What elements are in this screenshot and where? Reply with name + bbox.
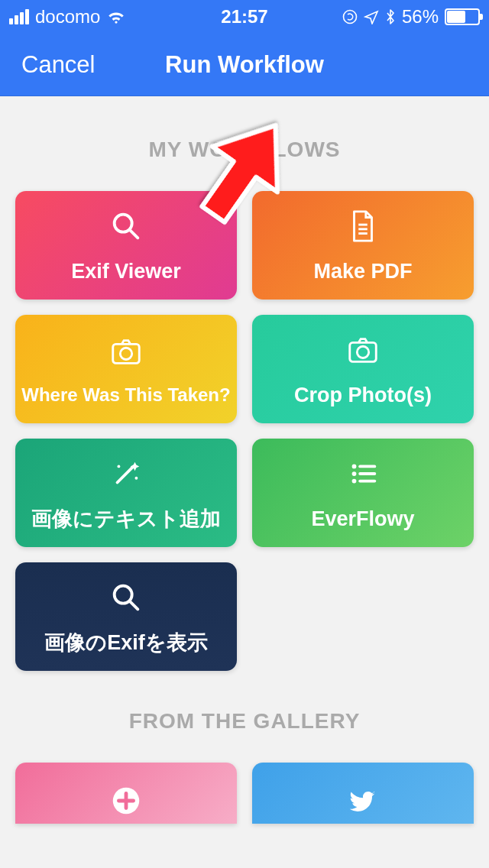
wifi-icon — [106, 9, 126, 24]
workflow-tile[interactable]: Where Was This Taken? — [15, 315, 237, 423]
workflow-tile[interactable]: Exif Viewer — [15, 191, 237, 300]
workflow-label: 画像にテキスト追加 — [25, 507, 227, 531]
workflow-label: EverFlowy — [305, 507, 420, 531]
status-right: 56% — [342, 6, 480, 28]
battery-icon — [445, 8, 480, 25]
workflow-tile[interactable]: EverFlowy — [252, 439, 474, 547]
status-bar: docomo 21:57 56% — [0, 0, 489, 34]
list-icon — [344, 455, 382, 493]
workflow-label: Make PDF — [307, 259, 418, 283]
status-left: docomo — [9, 6, 126, 28]
workflow-label: 画像のExifを表示 — [38, 630, 214, 655]
signal-icon — [9, 9, 29, 24]
rotation-lock-icon — [342, 9, 358, 24]
camera-icon — [107, 332, 145, 371]
my-workflows-header: MY WORKFLOWS — [0, 138, 489, 162]
workflows-grid: Exif Viewer Make PDF Where Was This Take… — [0, 191, 489, 671]
twitter-icon — [344, 782, 382, 820]
gallery-tile[interactable] — [15, 763, 237, 824]
magnifier-icon — [107, 578, 145, 617]
workflow-tile[interactable]: 画像のExifを表示 — [15, 562, 237, 671]
status-time: 21:57 — [221, 6, 267, 28]
from-gallery-header: FROM THE GALLERY — [0, 709, 489, 734]
cancel-button[interactable]: Cancel — [21, 51, 96, 79]
workflow-label: Where Was This Taken? — [15, 384, 236, 406]
plus-icon — [107, 782, 145, 820]
bluetooth-icon — [385, 8, 396, 25]
gallery-grid — [0, 763, 489, 824]
gallery-tile[interactable] — [252, 763, 474, 824]
workflow-label: Crop Photo(s) — [288, 383, 438, 407]
nav-bar: Cancel Run Workflow — [0, 34, 489, 96]
location-icon — [364, 9, 379, 24]
battery-percent: 56% — [402, 6, 439, 28]
magnifier-icon — [107, 207, 145, 245]
workflow-tile[interactable]: Make PDF — [252, 191, 474, 300]
wand-icon — [107, 455, 145, 493]
workflow-label: Exif Viewer — [65, 259, 187, 283]
workflow-tile[interactable]: 画像にテキスト追加 — [15, 439, 237, 547]
carrier-label: docomo — [35, 6, 100, 28]
workflow-tile[interactable]: Crop Photo(s) — [252, 315, 474, 423]
page-title: Run Workflow — [165, 51, 324, 79]
document-icon — [344, 207, 382, 245]
camera-icon — [344, 331, 382, 369]
